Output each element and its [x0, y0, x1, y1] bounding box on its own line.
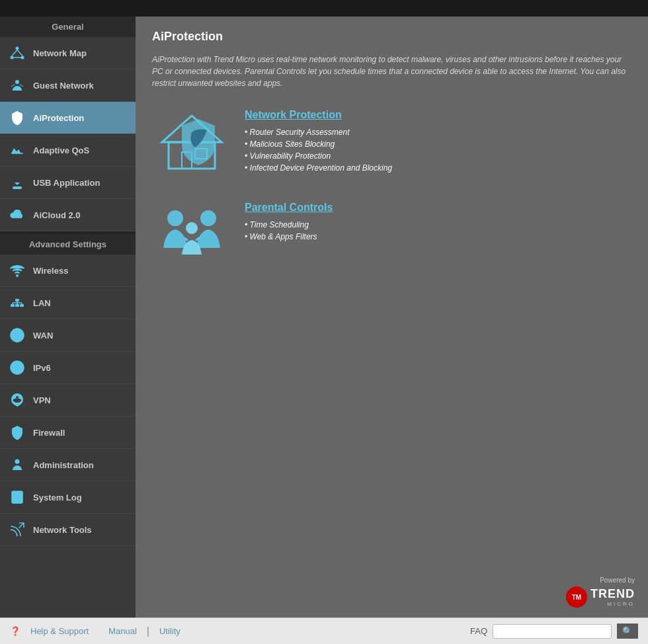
branding-area: Powered by TM TREND MICRO: [566, 577, 635, 608]
svg-line-3: [12, 50, 17, 56]
network-protection-item-1: Router Security Assessment: [245, 128, 631, 137]
network-protection-illustration: [155, 109, 228, 175]
svg-line-4: [17, 50, 22, 56]
network-map-icon: [8, 44, 26, 62]
svg-point-34: [186, 222, 198, 234]
sidebar-item-wan[interactable]: WAN: [0, 319, 136, 352]
sidebar-vpn-label: VPN: [33, 395, 51, 405]
sidebar-item-lan[interactable]: LAN: [0, 287, 136, 319]
sidebar-item-system-log[interactable]: System Log: [0, 481, 136, 514]
parental-controls-list: Time Scheduling Web & Apps Filters: [245, 220, 631, 241]
faq-label: FAQ: [470, 626, 487, 636]
faq-section: FAQ 🔍: [470, 624, 638, 639]
sidebar-general-header: General: [0, 17, 136, 37]
sidebar-wireless-label: Wireless: [33, 266, 68, 276]
parental-controls-illustration: [155, 202, 228, 268]
help-icon: ❓: [10, 626, 20, 636]
network-protection-card: Network Protection Router Security Asses…: [152, 109, 631, 175]
network-tools-icon: [8, 520, 26, 539]
network-protection-text: Network Protection Router Security Asses…: [245, 109, 631, 175]
manual-link[interactable]: Manual: [108, 626, 137, 636]
parental-controls-text: Parental Controls Time Scheduling Web & …: [245, 202, 631, 244]
lan-icon: [8, 294, 26, 312]
sidebar-aicloud-label: AiCloud 2.0: [33, 210, 81, 220]
sidebar-lan-label: LAN: [33, 298, 51, 308]
sidebar-item-usb-application[interactable]: USB Application: [0, 167, 136, 199]
svg-rect-9: [15, 304, 19, 307]
svg-point-6: [15, 80, 19, 84]
main-layout: General Network Map Guest Network AiProt…: [0, 17, 648, 618]
faq-search-input[interactable]: [493, 624, 612, 639]
svg-rect-10: [20, 304, 24, 307]
sidebar-guest-network-label: Guest Network: [33, 81, 94, 91]
parental-controls-icon-area: [152, 202, 231, 268]
sidebar-item-adaptive-qos[interactable]: Adaptive QoS: [0, 134, 136, 167]
svg-rect-8: [11, 304, 15, 307]
parental-controls-item-1: Time Scheduling: [245, 220, 631, 229]
parental-controls-title[interactable]: Parental Controls: [245, 202, 631, 214]
sidebar-item-network-map[interactable]: Network Map: [0, 37, 136, 69]
sidebar-network-map-label: Network Map: [33, 48, 87, 58]
top-bar: [0, 0, 648, 17]
wireless-icon: [8, 261, 26, 280]
sidebar-item-network-tools[interactable]: Network Tools: [0, 514, 136, 546]
sidebar-system-log-label: System Log: [33, 493, 82, 503]
sidebar-wan-label: WAN: [33, 331, 53, 341]
system-log-icon: [8, 488, 26, 506]
trend-brand-name: TREND: [590, 587, 635, 600]
sidebar-item-aiprotection[interactable]: AiProtection: [0, 102, 136, 134]
help-support-link[interactable]: Help & Support: [30, 626, 89, 636]
trend-brand-text: TREND MICRO: [590, 587, 635, 607]
guest-network-icon: [8, 76, 26, 95]
sidebar-item-aicloud[interactable]: AiCloud 2.0: [0, 199, 136, 231]
network-protection-title[interactable]: Network Protection: [245, 109, 631, 121]
sidebar-item-wireless[interactable]: Wireless: [0, 255, 136, 287]
sidebar-ipv6-label: IPv6: [33, 363, 51, 373]
utility-link[interactable]: Utility: [159, 626, 181, 636]
sidebar-administration-label: Administration: [33, 460, 94, 470]
trend-logo-icon: TM: [566, 586, 587, 608]
sidebar-item-guest-network[interactable]: Guest Network: [0, 69, 136, 102]
faq-search-button[interactable]: 🔍: [617, 624, 638, 639]
adaptive-qos-icon: [8, 141, 26, 159]
sidebar-adaptive-qos-label: Adaptive QoS: [33, 145, 89, 155]
sidebar-firewall-label: Firewall: [33, 428, 65, 438]
wan-icon: [8, 326, 26, 344]
parental-controls-card: Parental Controls Time Scheduling Web & …: [152, 202, 631, 268]
svg-point-33: [200, 210, 216, 226]
network-protection-item-3: Vulnerability Protection: [245, 151, 631, 161]
content-inner: AiProtection AiProtection with Trend Mic…: [136, 17, 648, 618]
aicloud-icon: [8, 206, 26, 224]
bottom-bar: ❓ Help & Support Manual | Utility FAQ 🔍: [0, 618, 648, 644]
administration-icon: [8, 456, 26, 474]
svg-point-7: [17, 275, 18, 276]
svg-point-23: [15, 460, 20, 464]
svg-text:TM: TM: [572, 594, 581, 601]
svg-rect-11: [15, 299, 19, 302]
svg-point-32: [167, 210, 183, 226]
network-protection-list: Router Security Assessment Malicious Sit…: [245, 128, 631, 173]
sidebar-aiprotection-label: AiProtection: [33, 113, 84, 123]
sidebar-item-vpn[interactable]: VPN: [0, 384, 136, 417]
network-protection-icon-area: [152, 109, 231, 175]
sidebar-item-firewall[interactable]: Firewall: [0, 417, 136, 449]
sidebar-item-ipv6[interactable]: IPv6: [0, 352, 136, 384]
sidebar-advanced-header: Advanced Settings: [0, 234, 136, 255]
usb-icon: [8, 173, 26, 192]
ipv6-icon: [8, 358, 26, 377]
powered-by-text: Powered by: [566, 577, 635, 584]
trend-logo: TM TREND MICRO: [566, 586, 635, 608]
sidebar-network-tools-label: Network Tools: [33, 525, 92, 535]
vpn-icon: [8, 391, 26, 409]
separator: |: [147, 625, 149, 637]
trend-brand-sub: MICRO: [590, 601, 635, 607]
network-protection-item-2: Malicious Sites Blocking: [245, 140, 631, 149]
parental-controls-item-2: Web & Apps Filters: [245, 232, 631, 241]
aiprotection-icon: [8, 108, 26, 127]
sidebar: General Network Map Guest Network AiProt…: [0, 17, 136, 618]
svg-point-0: [16, 47, 19, 50]
content-area: AiProtection AiProtection with Trend Mic…: [136, 17, 648, 618]
page-description: AiProtection with Trend Micro uses real-…: [152, 54, 631, 89]
sidebar-item-administration[interactable]: Administration: [0, 449, 136, 481]
sidebar-usb-label: USB Application: [33, 178, 100, 188]
